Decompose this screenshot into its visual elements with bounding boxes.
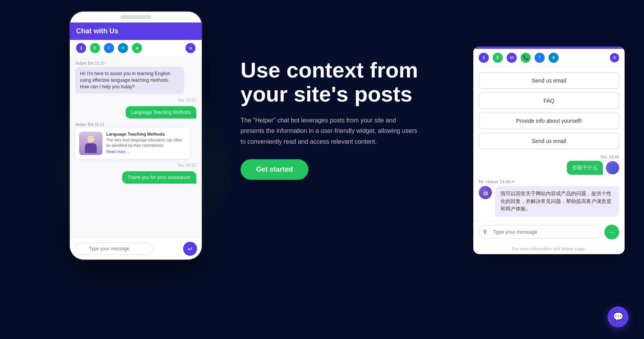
menu-send-email-1[interactable]: Send us email <box>479 72 619 89</box>
widget-bot-meta: Mr. Helper 14:48 ↩ <box>479 179 619 184</box>
chat-messages: Helper Bot 10:10 Hi! I'm here to assist … <box>70 57 202 237</box>
phone-mockup: Chat with Us ℹ 🎙 f ✈ ● ✕ Helper Bot 10:1… <box>70 12 202 260</box>
widget-info-icon[interactable]: ℹ <box>479 53 489 63</box>
widget-user-msg-wrap: You 14:48 你能干什么 👤 <box>479 155 619 175</box>
person-image <box>79 132 102 155</box>
chat-icons-row: ℹ 🎙 f ✈ ● ✕ <box>70 40 202 57</box>
widget-footer: For more information visit Helper page. <box>473 243 625 254</box>
bot-message-1: Helper Bot 10:10 Hi! I'm here to assist … <box>75 61 196 94</box>
read-more-link[interactable]: Read more ... <box>106 150 186 154</box>
widget-input-row: 🎙 → <box>473 220 625 243</box>
mic-icon[interactable]: 🎙 <box>90 43 100 53</box>
card-content: Language Teaching Methods The very best … <box>106 132 186 155</box>
right-widget: ℹ 🎙 ✉ 📞 f ✈ ✕ Send us email FAQ Provide … <box>473 46 625 254</box>
widget-bot-row: 🤖 我可以回答关于网站内容或产品的问题，提供个性化的回复，并解决常见问题，帮助提… <box>479 186 619 217</box>
user-bubble-2: Thank you for your assistance! <box>122 171 196 184</box>
widget-messages: You 14:48 你能干什么 👤 Mr. Helper 14:48 ↩ 🤖 我… <box>473 155 625 220</box>
person-body <box>85 143 97 153</box>
hero-title: Use context from your site's posts <box>241 58 442 106</box>
circle-icon[interactable]: ● <box>132 43 142 53</box>
get-started-button[interactable]: Get started <box>241 159 308 180</box>
avatar-inner: 👤 <box>606 161 619 174</box>
user-bubble-1: Language Teaching Methods <box>126 106 196 119</box>
card-bubble: Language Teaching Methods The very best … <box>75 128 190 159</box>
widget-input-mic-icon: 🎙 <box>483 229 488 235</box>
telegram-icon[interactable]: ✈ <box>118 43 128 53</box>
card-meta: Helper Bot 10:11 <box>75 122 196 127</box>
bot-meta-1: Helper Bot 10:10 <box>75 61 196 65</box>
menu-provide-info[interactable]: Provide info about yourself! <box>479 113 619 129</box>
widget-user-bubble: 你能干什么 <box>567 161 603 175</box>
send-button[interactable]: ↵ <box>183 242 197 256</box>
phone-notch <box>120 15 151 19</box>
menu-faq[interactable]: FAQ <box>479 93 619 109</box>
card-image <box>79 132 102 155</box>
hero-section: Use context from your site's posts The "… <box>241 58 442 180</box>
widget-email-icon[interactable]: ✉ <box>507 53 517 63</box>
chat-input-row: 🎙 ↵ <box>70 237 202 260</box>
card-message: Helper Bot 10:11 Language Teaching Metho… <box>75 122 196 159</box>
card-text: The very best language educators can oft… <box>106 138 186 148</box>
widget-user-avatar: 👤 <box>606 161 619 174</box>
input-wrap: 🎙 <box>74 243 180 255</box>
widget-close-icon[interactable]: ✕ <box>610 53 619 62</box>
widget-user-meta: You 14:48 <box>479 155 619 159</box>
fab-button[interactable]: 💬 <box>608 306 628 327</box>
widget-telegram-icon[interactable]: ✈ <box>549 53 559 63</box>
user-message-1: Language Teaching Methods <box>75 106 196 119</box>
widget-icons-row: ℹ 🎙 ✉ 📞 f ✈ ✕ <box>473 49 625 67</box>
hero-description: The "Helper" chat bot leverages posts fr… <box>241 115 419 147</box>
info-icon[interactable]: ℹ <box>76 43 86 53</box>
close-icon[interactable]: ✕ <box>185 43 196 53</box>
widget-phone-icon[interactable]: 📞 <box>521 53 531 63</box>
facebook-icon[interactable]: f <box>104 43 114 53</box>
person-head <box>87 136 94 143</box>
chat-header-title: Chat with Us <box>76 27 118 35</box>
phone-top-bar <box>70 12 202 22</box>
bot-bubble-1: Hi! I'm here to assist you in learning E… <box>75 67 184 94</box>
chat-input[interactable] <box>74 243 153 255</box>
widget-facebook-icon[interactable]: f <box>535 53 545 63</box>
user-message-2: Thank you for your assistance! <box>75 171 196 184</box>
silhouette <box>83 136 99 155</box>
widget-input-wrap: 🎙 <box>479 225 601 239</box>
page-container: Chat with Us ℹ 🎙 f ✈ ● ✕ Helper Bot 10:1… <box>0 0 644 339</box>
chat-header: Chat with Us <box>70 22 202 40</box>
menu-send-email-2[interactable]: Send us email <box>479 133 619 149</box>
widget-bot-avatar: 🤖 <box>479 186 492 199</box>
widget-user-message: 你能干什么 👤 <box>479 161 619 175</box>
widget-menu: Send us email FAQ Provide info about you… <box>473 67 625 155</box>
widget-input[interactable] <box>479 225 601 239</box>
fab-icon: 💬 <box>613 312 623 322</box>
user-meta-1: You 10:11 <box>75 98 196 102</box>
widget-send-button[interactable]: → <box>604 225 619 239</box>
widget-bot-msg-wrap: Mr. Helper 14:48 ↩ 🤖 我可以回答关于网站内容或产品的问题，提… <box>479 179 619 217</box>
widget-bot-bubble: 我可以回答关于网站内容或产品的问题，提供个性化的回复，并解决常见问题，帮助提高客… <box>495 186 619 217</box>
widget-mic-icon[interactable]: 🎙 <box>493 53 503 63</box>
user-meta-2: You 10:12 <box>75 163 196 167</box>
card-title: Language Teaching Methods <box>106 132 186 136</box>
